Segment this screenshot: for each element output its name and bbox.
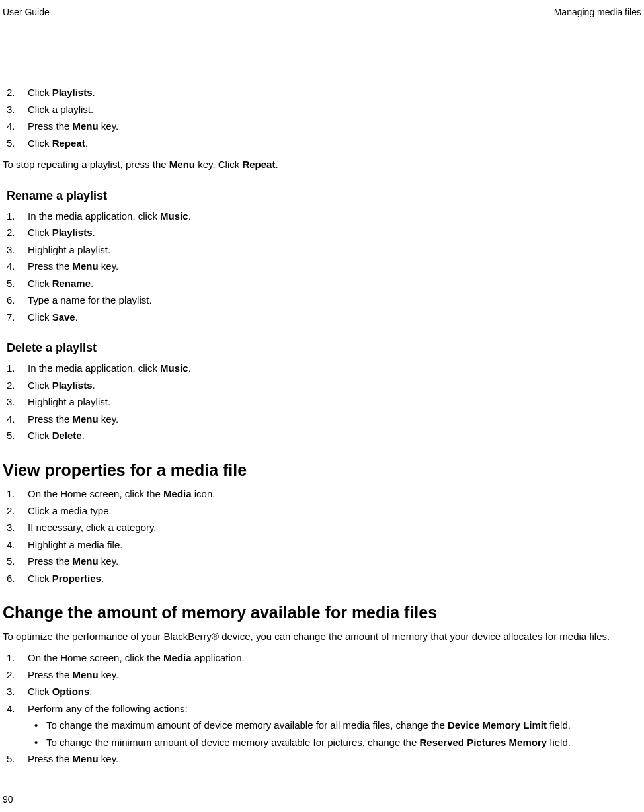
- step-item: 3.Click a playlist.: [3, 102, 641, 118]
- header-right: Managing media files: [554, 5, 641, 19]
- step-item: 2.Click Playlists.: [3, 225, 641, 241]
- step-item: 3.Highlight a playlist.: [3, 243, 641, 258]
- step-item: 4.Press the Menu key.: [3, 259, 641, 274]
- step-item: 5.Press the Menu key.: [3, 752, 641, 767]
- steps-rename: 1.In the media application, click Music.…: [3, 209, 641, 325]
- stop-repeat-para: To stop repeating a playlist, press the …: [3, 157, 641, 173]
- heading-rename: Rename a playlist: [7, 187, 641, 205]
- step-item: 6.Click Properties.: [3, 571, 641, 587]
- step-item: 6.Type a name for the playlist.: [3, 293, 641, 308]
- steps-continuation: 2.Click Playlists.3.Click a playlist.4.P…: [3, 85, 641, 151]
- sub-step-item: •To change the minimum amount of device …: [34, 735, 641, 751]
- step-item: 7.Click Save.: [3, 310, 641, 325]
- step-item: 3.Highlight a playlist.: [3, 395, 641, 410]
- step-item: 1.On the Home screen, click the Media ic…: [3, 487, 641, 502]
- heading-view-properties: View properties for a media file: [3, 458, 641, 483]
- step-item: 4.Perform any of the following actions:: [3, 702, 641, 717]
- step-item: 1.On the Home screen, click the Media ap…: [3, 651, 641, 666]
- step-item: 5.Click Delete.: [3, 428, 641, 444]
- sub-step-item: •To change the maximum amount of device …: [34, 718, 641, 733]
- steps-delete: 1.In the media application, click Music.…: [3, 361, 641, 444]
- step-item: 1.In the media application, click Music.: [3, 209, 641, 224]
- heading-change-memory: Change the amount of memory available fo…: [3, 600, 641, 626]
- step-item: 4.Press the Menu key.: [3, 412, 641, 427]
- change-memory-intro: To optimize the performance of your Blac…: [3, 629, 641, 645]
- step-item: 5.Press the Menu key.: [3, 554, 641, 569]
- step-item: 3.Click Options.: [3, 684, 641, 700]
- step-item: 4.Press the Menu key.: [3, 119, 641, 134]
- steps-change-memory: 1.On the Home screen, click the Media ap…: [3, 651, 641, 767]
- page-header: User Guide Managing media files: [3, 5, 641, 19]
- step-item: 5.Click Rename.: [3, 276, 641, 292]
- step-item: 2.Click Playlists.: [3, 85, 641, 101]
- step-item: 3.If necessary, click a category.: [3, 520, 641, 536]
- steps-view-properties: 1.On the Home screen, click the Media ic…: [3, 487, 641, 586]
- step-item: 5.Click Repeat.: [3, 136, 641, 151]
- header-left: User Guide: [3, 5, 50, 19]
- heading-delete: Delete a playlist: [7, 339, 641, 357]
- step-item: 2.Press the Menu key.: [3, 668, 641, 683]
- step-item: 1.In the media application, click Music.: [3, 361, 641, 376]
- step-item: 2.Click a media type.: [3, 504, 641, 519]
- step-item: 2.Click Playlists.: [3, 378, 641, 393]
- step-item: 4.Highlight a media file.: [3, 538, 641, 553]
